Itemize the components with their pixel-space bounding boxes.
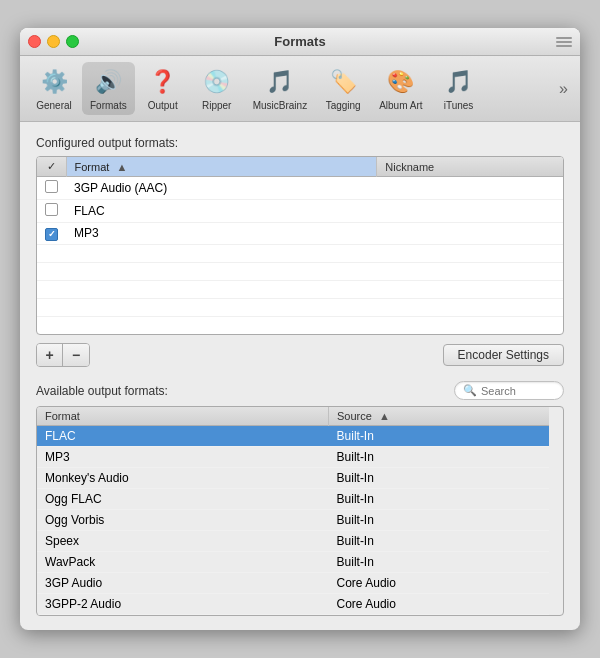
available-section-label: Available output formats:: [36, 384, 454, 398]
available-source-cell: Built-In: [329, 489, 549, 510]
titlebar: Formats: [20, 28, 580, 56]
resize-icon[interactable]: [556, 37, 572, 47]
checkbox-flac[interactable]: [45, 203, 58, 216]
toolbar-label-ripper: Ripper: [202, 100, 231, 111]
minimize-button[interactable]: [47, 35, 60, 48]
available-source-cell: Built-In: [329, 510, 549, 531]
table-row[interactable]: 3GPP-2 Audio Core Audio: [37, 594, 549, 615]
encoder-settings-button[interactable]: Encoder Settings: [443, 344, 564, 366]
toolbar-item-ripper[interactable]: 💿 Ripper: [191, 62, 243, 115]
maximize-button[interactable]: [66, 35, 79, 48]
source-sort-arrow: ▲: [379, 410, 390, 422]
table-row[interactable]: FLAC Built-In: [37, 426, 549, 447]
question-icon: ❓: [147, 66, 179, 98]
available-format-cell: Ogg FLAC: [37, 489, 329, 510]
add-remove-buttons: + −: [36, 343, 90, 367]
search-box[interactable]: 🔍: [454, 381, 564, 400]
empty-row-5: [37, 316, 563, 334]
search-icon: 🔍: [463, 384, 477, 397]
available-source-cell: Core Audio: [329, 573, 549, 594]
format-column-header[interactable]: Format ▲: [66, 157, 377, 177]
nickname-cell-flac: [377, 200, 563, 223]
available-source-cell: Built-In: [329, 552, 549, 573]
table-row[interactable]: 3GP Audio (AAC): [37, 177, 563, 200]
available-source-cell: Built-In: [329, 531, 549, 552]
toolbar-label-general: General: [36, 100, 72, 111]
close-button[interactable]: [28, 35, 41, 48]
musicbrainz-icon: 🎵: [264, 66, 296, 98]
table-row[interactable]: Ogg FLAC Built-In: [37, 489, 549, 510]
tag-icon: 🏷️: [327, 66, 359, 98]
toolbar-label-formats: Formats: [90, 100, 127, 111]
table-row[interactable]: WavPack Built-In: [37, 552, 549, 573]
available-source-cell: Built-In: [329, 426, 549, 447]
table-row[interactable]: Ogg Vorbis Built-In: [37, 510, 549, 531]
sort-arrow-icon: ▲: [116, 161, 127, 173]
empty-row-3: [37, 280, 563, 298]
configured-section-label: Configured output formats:: [36, 136, 564, 150]
format-cell-flac: FLAC: [66, 200, 377, 223]
available-format-cell: 3GP Audio: [37, 573, 329, 594]
available-format-cell: Ogg Vorbis: [37, 510, 329, 531]
toolbar-label-itunes: iTunes: [444, 100, 474, 111]
content-area: Configured output formats: ✓ Format ▲ Ni…: [20, 122, 580, 630]
configured-formats-table-container: ✓ Format ▲ Nickname 3GP Audio (AAC): [36, 156, 564, 335]
speaker-icon: 🔊: [92, 66, 124, 98]
available-source-cell: Built-In: [329, 468, 549, 489]
toolbar-item-albumart[interactable]: 🎨 Album Art: [371, 62, 430, 115]
toolbar-label-albumart: Album Art: [379, 100, 422, 111]
remove-format-button[interactable]: −: [63, 344, 89, 366]
nickname-column-header: Nickname: [377, 157, 563, 177]
available-format-column-header[interactable]: Format: [37, 407, 329, 426]
toolbar-item-itunes[interactable]: 🎵 iTunes: [433, 62, 485, 115]
table-row[interactable]: 3GP Audio Core Audio: [37, 573, 549, 594]
toolbar-label-musicbrainz: MusicBrainz: [253, 100, 307, 111]
nickname-cell-mp3: [377, 223, 563, 245]
table-row[interactable]: MP3: [37, 223, 563, 245]
window-title: Formats: [274, 34, 325, 49]
checkbox-mp3[interactable]: [45, 228, 58, 241]
table-controls: + − Encoder Settings: [36, 343, 564, 367]
table-row[interactable]: Monkey's Audio Built-In: [37, 468, 549, 489]
toolbar-item-formats[interactable]: 🔊 Formats: [82, 62, 135, 115]
palette-icon: 🎨: [385, 66, 417, 98]
gear-icon: ⚙️: [38, 66, 70, 98]
toolbar-overflow-button[interactable]: »: [555, 76, 572, 102]
checkbox-3gp[interactable]: [45, 180, 58, 193]
toolbar-item-musicbrainz[interactable]: 🎵 MusicBrainz: [245, 62, 315, 115]
available-formats-table-container: Format Source ▲ FLAC Built-In MP3: [36, 406, 564, 616]
table-row[interactable]: FLAC: [37, 200, 563, 223]
available-source-cell: Core Audio: [329, 615, 549, 617]
itunes-icon: 🎵: [443, 66, 475, 98]
add-format-button[interactable]: +: [37, 344, 63, 366]
toolbar-label-output: Output: [148, 100, 178, 111]
available-formats-scroll[interactable]: Format Source ▲ FLAC Built-In MP3: [37, 407, 563, 616]
toolbar-item-general[interactable]: ⚙️ General: [28, 62, 80, 115]
empty-row-4: [37, 298, 563, 316]
table-row[interactable]: MP3 Built-In: [37, 447, 549, 468]
main-window: Formats ⚙️ General 🔊 Formats ❓ Output 💿 …: [20, 28, 580, 630]
available-format-cell: MP3: [37, 447, 329, 468]
available-source-column-header[interactable]: Source ▲: [329, 407, 549, 426]
format-cell-mp3: MP3: [66, 223, 377, 245]
nickname-cell-3gp: [377, 177, 563, 200]
available-source-cell: Built-In: [329, 447, 549, 468]
table-row[interactable]: AAC ADTS Core Audio: [37, 615, 549, 617]
toolbar-item-tagging[interactable]: 🏷️ Tagging: [317, 62, 369, 115]
check-column-header: ✓: [37, 157, 66, 177]
toolbar: ⚙️ General 🔊 Formats ❓ Output 💿 Ripper 🎵…: [20, 56, 580, 122]
disc-icon: 💿: [201, 66, 233, 98]
window-controls: [28, 35, 79, 48]
available-formats-table: Format Source ▲ FLAC Built-In MP3: [37, 407, 549, 616]
table-row[interactable]: Speex Built-In: [37, 531, 549, 552]
available-source-cell: Core Audio: [329, 594, 549, 615]
toolbar-label-tagging: Tagging: [326, 100, 361, 111]
toolbar-item-output[interactable]: ❓ Output: [137, 62, 189, 115]
search-input[interactable]: [481, 385, 551, 397]
available-format-cell: WavPack: [37, 552, 329, 573]
available-format-cell: Monkey's Audio: [37, 468, 329, 489]
available-format-cell: Speex: [37, 531, 329, 552]
empty-row-1: [37, 244, 563, 262]
available-format-cell: 3GPP-2 Audio: [37, 594, 329, 615]
empty-row-2: [37, 262, 563, 280]
